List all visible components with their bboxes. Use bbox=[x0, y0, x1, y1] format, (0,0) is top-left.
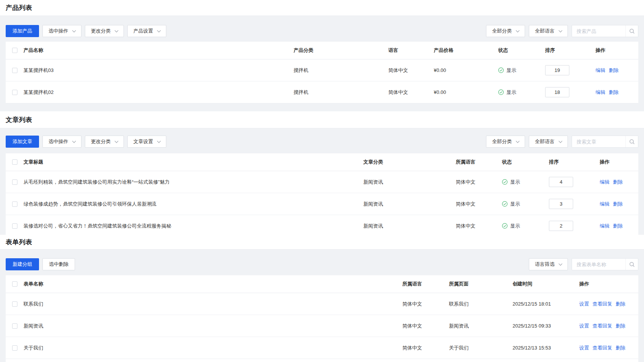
section-title-band: 文章列表 bbox=[0, 111, 644, 128]
sort-input[interactable] bbox=[545, 87, 569, 97]
row-checkbox[interactable] bbox=[12, 68, 17, 73]
language-filter-dropdown-label: 全部语言 bbox=[535, 28, 555, 34]
column-header: 语言 bbox=[388, 47, 398, 54]
action-link[interactable]: 删除 bbox=[616, 301, 625, 307]
search-button[interactable] bbox=[625, 25, 638, 37]
new-group-button[interactable]: 新建分组 bbox=[6, 258, 39, 270]
action-link[interactable]: 删除 bbox=[613, 179, 623, 186]
add-article-button[interactable]: 添加文章 bbox=[6, 136, 39, 148]
action-link[interactable]: 删除 bbox=[609, 89, 619, 96]
search-input[interactable] bbox=[572, 26, 625, 36]
check-circle-icon bbox=[502, 201, 508, 207]
product-settings-dropdown-label: 产品设置 bbox=[133, 28, 153, 34]
category-filter-dropdown[interactable]: 全部分类 bbox=[486, 25, 525, 37]
toolbar: 新建分组选中删除语言筛选 bbox=[6, 258, 638, 270]
add-product-button[interactable]: 添加产品 bbox=[6, 25, 39, 37]
search-input[interactable] bbox=[572, 259, 625, 270]
search-input[interactable] bbox=[572, 136, 625, 147]
cell-text: 2025/12/15 18:01 bbox=[513, 301, 551, 307]
action-link[interactable]: 编辑 bbox=[600, 179, 610, 186]
cell-text: 某某搅拌机03 bbox=[23, 67, 53, 74]
action-link[interactable]: 查看回复 bbox=[592, 345, 612, 351]
status-text: 显示 bbox=[510, 223, 520, 229]
row-checkbox[interactable] bbox=[12, 345, 17, 351]
batch-operation-dropdown[interactable]: 选中操作 bbox=[42, 25, 81, 37]
cell-text: 关于我们 bbox=[23, 345, 43, 351]
section-forms: 表单列表新建分组选中删除语言筛选表单名称所属语言所属页面创建时间操作联系我们简体… bbox=[0, 235, 644, 362]
cell-text: 绿色装修成趋势，鼎筑空间建筑装修公司引领环保人居新潮流 bbox=[23, 201, 156, 208]
row-checkbox[interactable] bbox=[12, 201, 17, 207]
status-text: 显示 bbox=[506, 67, 516, 74]
action-link[interactable]: 查看回复 bbox=[592, 301, 612, 307]
cell-text: 简体中文 bbox=[456, 201, 475, 208]
row-checkbox[interactable] bbox=[12, 90, 17, 95]
action-link[interactable]: 删除 bbox=[609, 67, 619, 74]
change-category-dropdown[interactable]: 更改分类 bbox=[85, 25, 124, 37]
action-link[interactable]: 删除 bbox=[616, 345, 625, 351]
batch-operation-dropdown-label: 选中操作 bbox=[48, 28, 68, 34]
action-link[interactable]: 编辑 bbox=[596, 89, 605, 96]
table-row: 从毛坯到精装，鼎筑空间建筑装修公司用实力诠释“一站式装修”魅力新闻资讯简体中文显… bbox=[6, 171, 638, 193]
sort-input[interactable] bbox=[549, 177, 573, 187]
row-checkbox[interactable] bbox=[12, 323, 17, 329]
language-filter-dropdown[interactable]: 语言筛选 bbox=[529, 258, 568, 270]
action-link[interactable]: 编辑 bbox=[596, 67, 605, 74]
table-header-row: 产品名称产品分类语言产品价格状态排序操作 bbox=[6, 42, 638, 59]
select-all-checkbox[interactable] bbox=[12, 159, 17, 165]
sort-input[interactable] bbox=[549, 199, 573, 209]
batch-operation-dropdown[interactable]: 选中操作 bbox=[42, 136, 81, 148]
language-filter-dropdown[interactable]: 全部语言 bbox=[529, 25, 568, 37]
action-link[interactable]: 查看回复 bbox=[592, 323, 612, 329]
status-text: 显示 bbox=[510, 201, 520, 208]
table-row: 新闻资讯简体中文新闻资讯2025/12/15 09:33设置查看回复删除 bbox=[6, 315, 638, 337]
table-row: 某某搅拌机03搅拌机简体中文¥0.00显示编辑删除 bbox=[6, 59, 638, 81]
check-circle-icon bbox=[502, 179, 508, 185]
column-header: 操作 bbox=[579, 281, 589, 287]
section-products: 产品列表添加产品选中操作更改分类产品设置全部分类全部语言产品名称产品分类语言产品… bbox=[0, 0, 644, 111]
column-header: 创建时间 bbox=[513, 281, 532, 287]
search-icon bbox=[629, 28, 635, 34]
cell-text: 简体中文 bbox=[388, 67, 408, 74]
row-checkbox[interactable] bbox=[12, 301, 17, 307]
cell-text: 装修选对公司，省心又省力！鼎筑空间建筑装修公司全流程服务揭秘 bbox=[23, 223, 171, 229]
action-link[interactable]: 编辑 bbox=[600, 201, 610, 208]
cell-text: 新闻资讯 bbox=[363, 179, 383, 186]
action-link[interactable]: 删除 bbox=[613, 223, 623, 229]
action-link[interactable]: 删除 bbox=[616, 323, 625, 329]
row-checkbox[interactable] bbox=[12, 179, 17, 185]
table-row: 装修选对公司，省心又省力！鼎筑空间建筑装修公司全流程服务揭秘新闻资讯简体中文显示… bbox=[6, 215, 638, 235]
select-all-checkbox[interactable] bbox=[12, 48, 17, 53]
change-category-dropdown[interactable]: 更改分类 bbox=[85, 136, 124, 148]
column-header: 排序 bbox=[545, 47, 555, 54]
cell-text: 搅拌机 bbox=[294, 89, 308, 96]
category-filter-dropdown[interactable]: 全部分类 bbox=[486, 136, 525, 148]
language-filter-dropdown[interactable]: 全部语言 bbox=[529, 136, 568, 148]
check-circle-icon bbox=[498, 67, 504, 73]
column-header: 状态 bbox=[498, 47, 508, 54]
status-text: 显示 bbox=[510, 179, 520, 186]
change-category-dropdown-label: 更改分类 bbox=[91, 138, 111, 145]
chevron-down-icon bbox=[72, 139, 76, 143]
delete-selected-button[interactable]: 选中删除 bbox=[42, 258, 75, 270]
sort-input[interactable] bbox=[549, 221, 573, 231]
cell-text: 联系我们 bbox=[449, 301, 469, 307]
row-checkbox[interactable] bbox=[12, 223, 17, 229]
select-all-checkbox[interactable] bbox=[12, 281, 17, 287]
search-button[interactable] bbox=[625, 259, 638, 270]
search-button[interactable] bbox=[625, 136, 638, 147]
column-header: 产品分类 bbox=[294, 47, 313, 54]
category-filter-dropdown-label: 全部分类 bbox=[492, 138, 512, 145]
article-settings-dropdown[interactable]: 文章设置 bbox=[127, 136, 166, 148]
chevron-down-icon bbox=[559, 262, 563, 265]
column-header: 操作 bbox=[596, 47, 605, 54]
product-settings-dropdown[interactable]: 产品设置 bbox=[127, 25, 166, 37]
sort-input[interactable] bbox=[545, 65, 569, 75]
action-link[interactable]: 删除 bbox=[613, 201, 623, 208]
action-link[interactable]: 设置 bbox=[579, 301, 589, 307]
search-icon bbox=[629, 139, 635, 145]
action-link[interactable]: 设置 bbox=[579, 323, 589, 329]
action-link[interactable]: 编辑 bbox=[600, 223, 610, 229]
batch-operation-dropdown-label: 选中操作 bbox=[48, 138, 68, 145]
action-link[interactable]: 设置 bbox=[579, 345, 589, 351]
table-row: 绿色装修成趋势，鼎筑空间建筑装修公司引领环保人居新潮流新闻资讯简体中文显示编辑删… bbox=[6, 193, 638, 215]
